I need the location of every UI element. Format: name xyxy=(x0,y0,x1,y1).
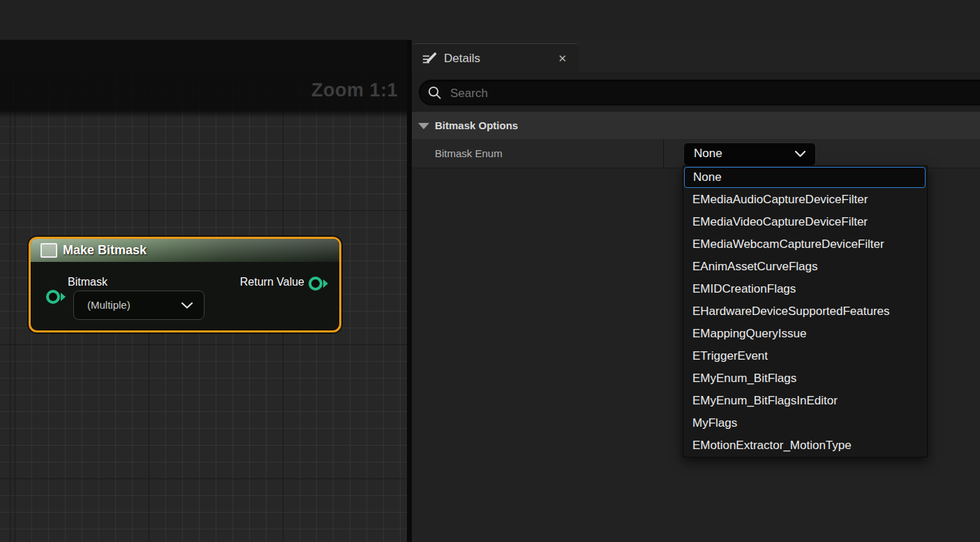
title-bar xyxy=(0,0,980,41)
tab-details-label: Details xyxy=(444,44,480,73)
details-pencil-icon xyxy=(422,51,437,66)
dropdown-option[interactable]: EHardwareDeviceSupportedFeatures xyxy=(683,300,927,323)
splitter-handle[interactable] xyxy=(663,139,664,168)
chevron-down-icon xyxy=(181,302,193,309)
output-pin-label: Return Value xyxy=(240,276,304,288)
dropdown-option[interactable]: MyFlags xyxy=(683,412,927,434)
details-panel: Details ✕ Bitmask Options Bitmask Enum N… xyxy=(412,40,980,542)
dropdown-option[interactable]: EAnimAssetCurveFlags xyxy=(683,256,927,278)
input-pin-label: Bitmask xyxy=(68,276,107,288)
input-pin-arrow-icon xyxy=(61,293,66,301)
collapse-triangle-icon[interactable] xyxy=(418,123,429,129)
dropdown-option[interactable]: EMIDCreationFlags xyxy=(683,278,927,300)
search-input[interactable] xyxy=(449,82,870,104)
tab-details[interactable]: Details ✕ xyxy=(412,43,579,73)
bitmask-value-text: (Multiple) xyxy=(87,291,131,319)
output-pin[interactable] xyxy=(309,277,322,291)
category-label: Bitmask Options xyxy=(435,112,518,139)
panel-separator[interactable] xyxy=(407,40,412,542)
search-row xyxy=(412,72,980,112)
dropdown-option[interactable]: EMappingQueryIssue xyxy=(683,323,927,345)
node-title: Make Bitmask xyxy=(63,239,147,262)
close-icon[interactable]: ✕ xyxy=(558,44,567,73)
zoom-level-label: Zoom 1:1 xyxy=(311,80,398,101)
bitmask-enum-dropdown-button[interactable]: None xyxy=(683,142,816,166)
dropdown-option[interactable]: EMotionExtractor_MotionType xyxy=(683,434,927,457)
dropdown-option[interactable]: EMyEnum_BitFlagsInEditor xyxy=(683,390,927,412)
input-pin[interactable] xyxy=(46,290,60,304)
output-pin-arrow-icon xyxy=(323,279,328,288)
dropdown-option[interactable]: ETriggerEvent xyxy=(683,345,927,367)
search-icon xyxy=(427,85,442,100)
blueprint-graph-canvas[interactable]: Zoom 1:1 Make Bitmask Bitmask (Multiple)… xyxy=(0,72,407,542)
property-label: Bitmask Enum xyxy=(435,139,503,168)
dropdown-option[interactable]: EMediaVideoCaptureDeviceFilter xyxy=(683,211,927,233)
bitmask-value-dropdown[interactable]: (Multiple) xyxy=(73,291,205,320)
dropdown-option[interactable]: None xyxy=(684,167,926,188)
node-header[interactable]: Make Bitmask xyxy=(31,239,339,262)
bitmask-enum-dropdown-list: NoneEMediaAudioCaptureDeviceFilterEMedia… xyxy=(683,166,928,457)
category-bitmask-options[interactable]: Bitmask Options xyxy=(412,112,980,140)
bitmask-enum-value: None xyxy=(694,143,722,164)
dropdown-option[interactable]: EMediaWebcamCaptureDeviceFilter xyxy=(683,233,927,256)
chevron-down-icon xyxy=(795,151,805,157)
make-bitmask-node[interactable]: Make Bitmask Bitmask (Multiple) Return V… xyxy=(29,237,341,332)
unreal-editor-window: { "graph": { "zoom_label": "Zoom 1:1", "… xyxy=(0,0,980,542)
dropdown-option[interactable]: EMediaAudioCaptureDeviceFilter xyxy=(683,189,927,211)
search-box[interactable] xyxy=(419,80,980,105)
make-struct-icon xyxy=(40,243,57,258)
dropdown-option[interactable]: EMyEnum_BitFlags xyxy=(683,367,927,390)
